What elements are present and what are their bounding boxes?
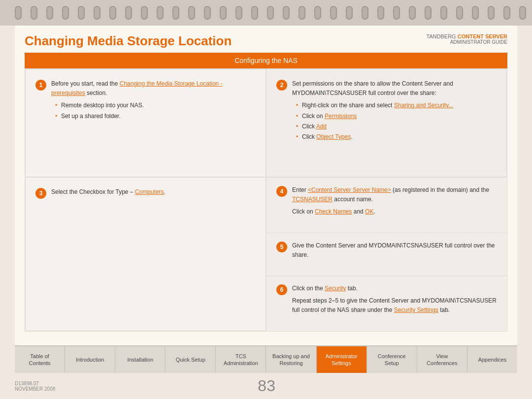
- spiral-hole: [267, 6, 274, 20]
- step-6-header: 6 Click on the Security tab. Repeat step…: [276, 284, 497, 318]
- section-banner: Configuring the NAS: [25, 53, 507, 68]
- step-2-header: 2 Set permissions on the share to allow …: [276, 79, 497, 143]
- spiral-hole: [330, 6, 337, 20]
- step-3-cell: 3 Select the Checkbox for Type – Compute…: [25, 178, 266, 331]
- spiral-hole: [235, 6, 242, 20]
- page-header: Changing Media Storage Location TANDBERG…: [15, 26, 517, 53]
- spiral-hole: [409, 6, 416, 20]
- brand-tandberg: TANDBERG: [426, 33, 457, 39]
- spiral-hole: [109, 6, 116, 20]
- link-permissions[interactable]: Permissions: [325, 113, 357, 120]
- link-check-names[interactable]: Check Names: [315, 208, 352, 215]
- top-steps-grid: 1 Before you start, read the Changing th…: [25, 68, 507, 178]
- step-2-content: Set permissions on the share to allow th…: [292, 79, 497, 143]
- spiral-hole: [172, 6, 179, 20]
- spiral-hole: [204, 6, 211, 20]
- step-4-header: 4 Enter <Content Server Server Name> (as…: [276, 185, 497, 220]
- spiral-hole: [472, 6, 479, 20]
- spiral-hole: [220, 6, 227, 20]
- spiral-hole: [125, 6, 132, 20]
- step-6-row: 6 Click on the Security tab. Repeat step…: [266, 276, 507, 331]
- step-3-content: Select the Checkbox for Type – Computers…: [51, 187, 166, 200]
- bullet-item: Click on Permissions: [296, 112, 497, 121]
- step-4-content: Enter <Content Server Server Name> (as r…: [292, 185, 497, 220]
- main-content: Changing Media Storage Location TANDBERG…: [15, 26, 517, 345]
- link-server-name[interactable]: <Content Server Server Name>: [308, 186, 391, 193]
- spiral-hole: [157, 6, 164, 20]
- step-5-content: Give the Content Server and MYDOMAIN\TCS…: [292, 241, 497, 263]
- step-2-number: 2: [276, 80, 287, 91]
- doc-number: D13898.07: [15, 381, 55, 386]
- link-computers[interactable]: Computers: [135, 188, 164, 195]
- step-4-number: 4: [276, 186, 287, 197]
- spiral-hole: [15, 6, 22, 20]
- spiral-hole: [314, 6, 321, 20]
- tab-table-of-contents[interactable]: Table ofContents: [15, 346, 65, 373]
- step-1-number: 1: [35, 80, 46, 91]
- tab-administrator-settings[interactable]: AdministratorSettings: [317, 346, 367, 373]
- page-footer: D13898.07 NOVEMBER 2008 83: [0, 373, 532, 399]
- step-1-header: 1 Before you start, read the Changing th…: [35, 79, 256, 122]
- step-3-number: 3: [35, 188, 46, 199]
- step-3-header: 3 Select the Checkbox for Type – Compute…: [35, 187, 256, 200]
- brand-product: CONTENT SERVER: [458, 33, 507, 39]
- step-6-number: 6: [276, 284, 287, 295]
- bottom-steps-grid: 3 Select the Checkbox for Type – Compute…: [25, 178, 507, 332]
- link-ok[interactable]: OK: [365, 208, 373, 215]
- step-1-content: Before you start, read the Changing the …: [51, 79, 256, 122]
- spiral-hole: [141, 6, 148, 20]
- step-5-header: 5 Give the Content Server and MYDOMAIN\T…: [276, 241, 497, 263]
- link-security-settings[interactable]: Security Settings: [394, 307, 438, 313]
- doc-date: NOVEMBER 2008: [15, 386, 55, 392]
- spiral-hole: [283, 6, 290, 20]
- spiral-hole: [346, 6, 353, 20]
- bullet-item: Remote desktop into your NAS.: [55, 101, 256, 110]
- spiral-hole: [393, 6, 400, 20]
- spiral-hole: [425, 6, 432, 20]
- tab-installation[interactable]: Installation: [115, 346, 166, 373]
- link-add[interactable]: Add: [316, 123, 327, 130]
- link-prerequisites[interactable]: Changing the Media Storage Location - pr…: [51, 80, 223, 96]
- spiral-hole: [362, 6, 368, 20]
- tab-backing-up-restoring[interactable]: Backing up andRestoring: [266, 346, 316, 373]
- step-2-cell: 2 Set permissions on the share to allow …: [266, 69, 507, 177]
- step-2-bullets: Right-click on the share and select Shar…: [292, 101, 497, 142]
- step-4-row: 4 Enter <Content Server Server Name> (as…: [266, 178, 507, 233]
- spiral-hole: [251, 6, 258, 20]
- spiral-hole: [377, 6, 384, 20]
- step-6-content: Click on the Security tab. Repeat steps …: [292, 284, 497, 318]
- spiral-hole: [299, 6, 305, 20]
- brand-area: TANDBERG CONTENT SERVER ADMINISTRATOR GU…: [426, 33, 507, 45]
- tab-tcs-administration[interactable]: TCSAdministration: [216, 346, 266, 373]
- bullet-item: Click Object Types.: [296, 132, 497, 142]
- right-steps-cell: 4 Enter <Content Server Server Name> (as…: [266, 178, 507, 331]
- spiral-hole: [94, 6, 100, 20]
- brand-guide: ADMINISTRATOR GUIDE: [426, 39, 507, 45]
- tab-quick-setup[interactable]: Quick Setup: [166, 346, 216, 373]
- link-security-tab[interactable]: Security: [325, 285, 346, 292]
- step-5-row: 5 Give the Content Server and MYDOMAIN\T…: [266, 233, 507, 276]
- navigation-tabs: Table ofContents Introduction Installati…: [15, 345, 517, 373]
- tab-introduction[interactable]: Introduction: [65, 346, 115, 373]
- spiral-hole: [503, 6, 510, 20]
- spiral-hole: [488, 6, 495, 20]
- tab-conference-setup[interactable]: ConferenceSetup: [367, 346, 417, 373]
- spiral-binding: [0, 0, 532, 26]
- spiral-hole: [31, 6, 37, 20]
- link-object-types[interactable]: Object Types: [316, 133, 351, 140]
- tab-view-conferences[interactable]: ViewConferences: [417, 346, 467, 373]
- bullet-item: Right-click on the share and select Shar…: [296, 101, 497, 110]
- spiral-hole: [440, 6, 447, 20]
- step-5-number: 5: [276, 242, 287, 252]
- bullet-item: Click Add: [296, 122, 497, 131]
- step-1-cell: 1 Before you start, read the Changing th…: [25, 69, 266, 177]
- bullet-item: Set up a shared folder.: [55, 112, 256, 121]
- step-1-bullets: Remote desktop into your NAS. Set up a s…: [51, 101, 256, 121]
- tab-appendices[interactable]: Appendices: [467, 346, 517, 373]
- page-number: 83: [258, 377, 275, 395]
- page-title: Changing Media Storage Location: [25, 33, 232, 49]
- spiral-hole: [46, 6, 53, 20]
- spiral-hole: [62, 6, 69, 20]
- link-sharing-security[interactable]: Sharing and Security...: [394, 102, 454, 109]
- link-tcsnasuser[interactable]: TCSNASUSER: [292, 196, 332, 203]
